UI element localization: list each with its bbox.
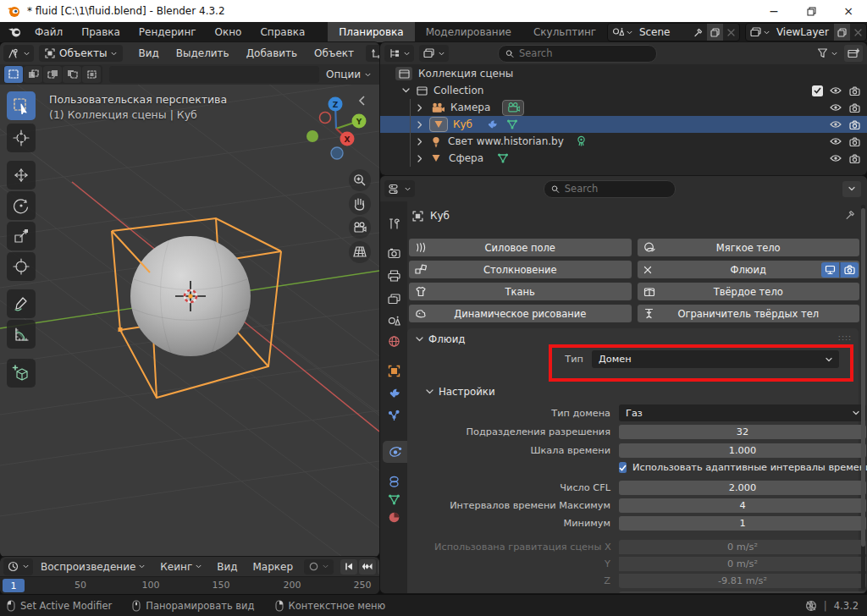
outliner-row-cube[interactable]: Куб bbox=[380, 116, 867, 133]
outliner-filter-button[interactable] bbox=[817, 48, 837, 58]
pin-id-icon[interactable] bbox=[845, 210, 855, 220]
tool-measure[interactable] bbox=[7, 320, 36, 349]
select-subtract-tool-icon[interactable] bbox=[43, 66, 62, 83]
previous-keyframe-button[interactable] bbox=[359, 559, 376, 575]
disable-render-icon[interactable] bbox=[849, 154, 860, 163]
auto-keying-button[interactable] bbox=[304, 559, 334, 575]
editor-type-button[interactable] bbox=[3, 45, 34, 62]
viewport-menu-add[interactable]: Добавить bbox=[238, 42, 306, 64]
transform-orientation-selector[interactable]: Глобал bbox=[366, 45, 379, 62]
tab-tool[interactable] bbox=[380, 212, 407, 234]
expand-icon[interactable] bbox=[417, 104, 422, 112]
timeline-editor[interactable]: Воспроизведение Кеинг Вид Маркер bbox=[0, 557, 379, 594]
tool-add-cube[interactable] bbox=[7, 359, 36, 388]
adaptive-steps-checkbox[interactable] bbox=[619, 462, 627, 473]
tool-move[interactable] bbox=[7, 161, 36, 190]
menu-window[interactable]: Окно bbox=[206, 22, 251, 42]
hide-eye-icon[interactable] bbox=[830, 86, 842, 95]
select-difference-tool-icon[interactable] bbox=[63, 66, 81, 83]
breadcrumb-object-name[interactable]: Куб bbox=[430, 210, 450, 222]
timesteps-max-field[interactable]: 4 bbox=[619, 498, 866, 513]
properties-editor[interactable]: Куб Силовое поле Мягкое тело Столкновени… bbox=[380, 176, 867, 593]
rigid-body-constraint-button[interactable]: Ограничитель твёрдых тел bbox=[638, 305, 860, 322]
jump-to-start-button[interactable] bbox=[340, 559, 357, 575]
viewport-menu-view[interactable]: Вид bbox=[130, 42, 167, 64]
collision-button[interactable]: Столкновение bbox=[409, 261, 632, 278]
menu-help[interactable]: Справка bbox=[251, 22, 314, 42]
properties-scrollbar[interactable] bbox=[861, 205, 865, 590]
fluid-show-render-toggle[interactable] bbox=[840, 262, 859, 278]
select-intersect-tool-icon[interactable] bbox=[82, 66, 101, 83]
properties-search[interactable] bbox=[544, 180, 676, 198]
outliner-row-scene-collection[interactable]: Коллекция сцены bbox=[380, 65, 867, 82]
workspace-tab-modeling[interactable]: Моделирование bbox=[415, 22, 522, 42]
properties-editor-type-button[interactable] bbox=[384, 180, 415, 197]
outliner-filter-mode-button[interactable] bbox=[419, 45, 449, 62]
scrollbar-thumb[interactable] bbox=[861, 208, 865, 547]
tool-select-box[interactable] bbox=[7, 91, 36, 120]
camera-data-icon[interactable] bbox=[502, 100, 524, 116]
menu-edit[interactable]: Правка bbox=[72, 22, 130, 42]
pin-icon[interactable] bbox=[689, 24, 707, 41]
hide-eye-icon[interactable] bbox=[830, 120, 842, 129]
toggle-projection-button[interactable] bbox=[349, 241, 371, 263]
mesh-data-icon[interactable] bbox=[497, 153, 509, 163]
force-field-button[interactable]: Силовое поле bbox=[409, 239, 632, 256]
domain-type-dropdown[interactable]: Газ bbox=[619, 404, 866, 421]
tab-render[interactable] bbox=[380, 242, 407, 264]
new-scene-button[interactable] bbox=[707, 24, 723, 41]
timeline-ruler[interactable]: 1 50 100 150 200 250 bbox=[0, 576, 379, 594]
menu-file[interactable]: Файл bbox=[25, 22, 72, 42]
scene-name[interactable]: Scene bbox=[637, 26, 689, 38]
fluid-show-viewport-toggle[interactable] bbox=[821, 262, 839, 278]
workspace-tab-layout[interactable]: Планировка bbox=[328, 22, 414, 42]
viewport-editor[interactable]: Объекты Вид Выделить Добавить Объект Гло… bbox=[0, 42, 379, 557]
timeline-view-menu[interactable]: Вид bbox=[209, 558, 245, 576]
pan-button[interactable] bbox=[349, 193, 371, 215]
select-extend-tool-icon[interactable] bbox=[24, 66, 42, 83]
hide-eye-icon[interactable] bbox=[830, 154, 842, 162]
viewport-menu-select[interactable]: Выделить bbox=[168, 42, 238, 64]
hide-eye-icon[interactable] bbox=[830, 137, 842, 146]
outliner-search-input[interactable] bbox=[519, 47, 649, 59]
collapse-icon[interactable] bbox=[402, 88, 410, 93]
tool-cursor[interactable] bbox=[7, 124, 36, 152]
fluid-button-enabled[interactable]: Флюид bbox=[638, 261, 860, 278]
zoom-button[interactable] bbox=[349, 169, 371, 191]
properties-options-button[interactable] bbox=[842, 181, 861, 197]
sidebar-toggle-icon[interactable] bbox=[360, 96, 364, 105]
maximize-button[interactable] bbox=[792, 0, 830, 22]
panel-collapse-icon[interactable] bbox=[426, 389, 434, 394]
tab-output[interactable] bbox=[380, 265, 407, 287]
resolution-field[interactable]: 32 bbox=[619, 425, 866, 439]
current-frame-badge[interactable]: 1 bbox=[3, 579, 25, 592]
tab-modifiers[interactable] bbox=[380, 382, 407, 404]
tool-rotate[interactable] bbox=[7, 191, 36, 220]
navigation-gizmo[interactable]: Z Y X bbox=[306, 97, 367, 160]
tab-scene[interactable] bbox=[380, 310, 407, 332]
gizmo-negative-z[interactable] bbox=[331, 147, 343, 159]
timesteps-min-field[interactable]: 1 bbox=[619, 516, 866, 531]
tab-world[interactable] bbox=[380, 330, 407, 352]
options-dropdown[interactable]: Опции bbox=[326, 69, 371, 80]
time-scale-field[interactable]: 1.000 bbox=[619, 443, 866, 458]
new-collection-button[interactable] bbox=[844, 45, 863, 62]
dynamic-paint-button[interactable]: Динамическое рисование bbox=[409, 305, 632, 322]
tool-scale[interactable] bbox=[7, 222, 36, 250]
disable-render-icon[interactable] bbox=[849, 137, 860, 146]
mesh-data-icon[interactable] bbox=[506, 119, 518, 129]
outliner-display-mode-button[interactable] bbox=[384, 45, 414, 62]
gizmo-negative-x[interactable] bbox=[320, 113, 331, 124]
hide-eye-icon[interactable] bbox=[830, 103, 842, 112]
outliner-editor[interactable]: Коллекция сцены Collection bbox=[380, 42, 867, 175]
expand-icon[interactable] bbox=[417, 121, 422, 129]
fluid-panel-header[interactable]: Флюид bbox=[416, 333, 465, 345]
scene-icon[interactable] bbox=[608, 24, 637, 41]
tool-annotate[interactable] bbox=[7, 289, 36, 318]
disable-render-icon[interactable] bbox=[849, 103, 860, 113]
soft-body-button[interactable]: Мягкое тело bbox=[638, 239, 860, 256]
cloth-button[interactable]: Ткань bbox=[409, 283, 632, 300]
viewport-nav-buttons[interactable] bbox=[349, 169, 371, 263]
outliner-row-camera[interactable]: Камера bbox=[380, 99, 867, 116]
new-viewlayer-button[interactable] bbox=[834, 24, 850, 41]
